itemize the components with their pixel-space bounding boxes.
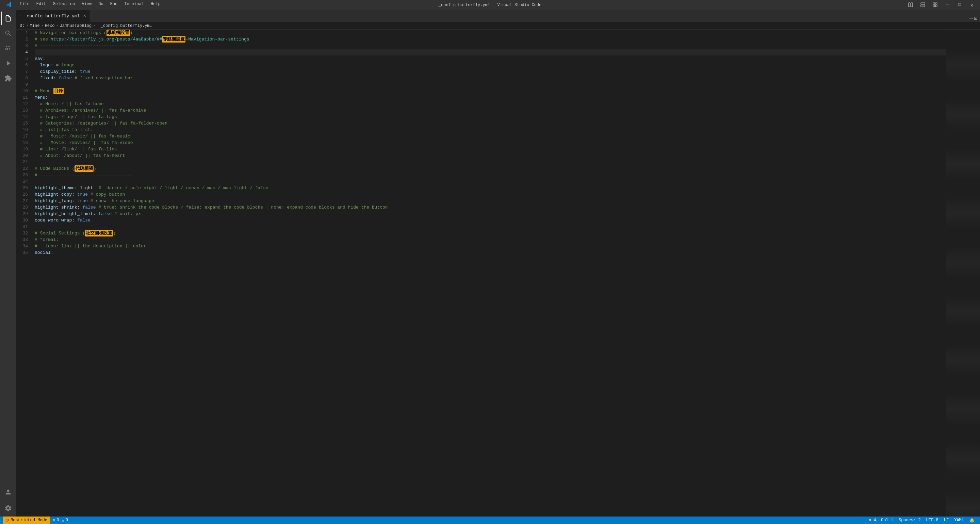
editor-content[interactable]: 1 2 3 4 5 6 7 8 9 10 11 12 13 14 15 16 1… — [16, 30, 980, 516]
code-line-22: # Code Blocks (代碼相關) — [35, 166, 946, 172]
indent-label: Spaces: 2 — [899, 518, 921, 522]
vscode-icon[interactable] — [3, 1, 14, 9]
line-num-5: 5 — [16, 56, 30, 62]
code-line-29: highlight_height_limit: false # unit: px — [35, 210, 946, 217]
svg-rect-1 — [911, 3, 913, 7]
breadcrumb-d[interactable]: D: — [20, 24, 24, 28]
svg-rect-4 — [933, 3, 935, 5]
svg-rect-5 — [935, 3, 937, 5]
code-line-5: nav: — [35, 56, 946, 62]
extensions-icon[interactable] — [2, 72, 15, 85]
breadcrumb-mine[interactable]: Mine — [30, 24, 40, 28]
tab-actions[interactable]: ⋯ ⊡ — [969, 15, 980, 22]
cursor-position-label: Ln 4, Col 1 — [866, 518, 893, 522]
line-num-16: 16 — [16, 127, 30, 133]
error-icon: ⊗ — [53, 518, 55, 523]
code-editor[interactable]: # Navigation bar settings (導航欄設置) # see … — [33, 30, 946, 516]
notifications-button[interactable]: 🔔 — [967, 516, 977, 524]
line-num-22: 22 — [16, 166, 30, 172]
tab-close-button[interactable]: × — [83, 13, 86, 19]
code-line-34: # icon: link || the description || color — [35, 243, 946, 249]
code-line-2: # see https://butterfly.js.org/posts/4aa… — [35, 36, 946, 43]
menu-bar[interactable]: File Edit Selection View Go Run Terminal… — [3, 1, 163, 9]
editor-area: ! _config.butterfly.yml × ⋯ ⊡ D: › Mine … — [16, 10, 980, 516]
line-num-3: 3 — [16, 43, 30, 49]
menu-help[interactable]: Help — [148, 1, 163, 9]
maximize-button[interactable]: □ — [955, 2, 964, 9]
line-num-2: 2 — [16, 36, 30, 43]
line-num-27: 27 — [16, 198, 30, 204]
errors-warnings-button[interactable]: ⊗ 0 ⚠ 0 — [50, 516, 71, 524]
window-controls[interactable]: ─ □ ✕ — [906, 2, 977, 9]
close-button[interactable]: ✕ — [967, 2, 977, 9]
line-num-19: 19 — [16, 146, 30, 153]
window-title: _config.butterfly.yml - Visual Studio Co… — [439, 3, 541, 8]
restricted-mode-button[interactable]: 🛡 Restricted Mode — [3, 516, 50, 524]
code-line-25: highlight_theme: light # darker / pale n… — [35, 185, 946, 191]
menu-view[interactable]: View — [79, 1, 94, 9]
menu-terminal[interactable]: Terminal — [121, 1, 147, 9]
code-line-19: # Link: /link/ || fas fa-link — [35, 146, 946, 153]
svg-rect-6 — [933, 5, 935, 7]
settings-icon[interactable] — [2, 502, 15, 515]
minimize-button[interactable]: ─ — [943, 2, 952, 9]
minimap[interactable] — [946, 30, 980, 516]
language-mode-button[interactable]: YAML — [951, 516, 967, 524]
line-num-9: 9 — [16, 81, 30, 88]
account-icon[interactable] — [2, 485, 15, 499]
line-num-24: 24 — [16, 178, 30, 185]
line-num-34: 34 — [16, 243, 30, 249]
active-tab[interactable]: ! _config.butterfly.yml × — [16, 10, 90, 22]
line-num-11: 11 — [16, 94, 30, 101]
menu-file[interactable]: File — [17, 1, 32, 9]
source-control-icon[interactable] — [2, 41, 15, 55]
line-num-31: 31 — [16, 223, 30, 230]
code-line-26: highlight_copy: true # copy button — [35, 191, 946, 198]
code-line-16: # List||fas fa-list: — [35, 127, 946, 133]
breadcrumb-file[interactable]: _config.butterfly.yml — [101, 24, 152, 28]
split-editor-icon[interactable]: ⊡ — [974, 15, 977, 22]
layout3-icon[interactable] — [930, 2, 940, 9]
line-numbers: 1 2 3 4 5 6 7 8 9 10 11 12 13 14 15 16 1… — [16, 30, 33, 516]
code-line-4 — [35, 49, 946, 56]
menu-selection[interactable]: Selection — [50, 1, 78, 9]
code-line-15: # Categories: /categories/ || fas fa-fol… — [35, 120, 946, 127]
cursor-position[interactable]: Ln 4, Col 1 — [864, 516, 896, 524]
bell-icon: 🔔 — [969, 518, 975, 523]
menu-run[interactable]: Run — [108, 1, 121, 9]
line-num-25: 25 — [16, 185, 30, 191]
search-icon[interactable] — [2, 27, 15, 40]
svg-rect-7 — [935, 5, 937, 7]
line-num-14: 14 — [16, 114, 30, 120]
code-line-6: logo: # image — [35, 62, 946, 68]
menu-edit[interactable]: Edit — [34, 1, 49, 9]
layout-icon[interactable] — [906, 2, 915, 9]
breadcrumb-hexo[interactable]: Hexo — [45, 24, 55, 28]
warning-count: 0 — [66, 518, 68, 522]
more-tabs-icon[interactable]: ⋯ — [969, 15, 973, 22]
line-num-12: 12 — [16, 101, 30, 107]
breadcrumb-warning-icon: ! — [97, 24, 99, 28]
line-num-35: 35 — [16, 249, 30, 256]
restricted-mode-label: Restricted Mode — [11, 518, 47, 522]
indent-settings[interactable]: Spaces: 2 — [896, 516, 924, 524]
code-line-30: code_word_wrap: false — [35, 217, 946, 223]
line-num-17: 17 — [16, 133, 30, 140]
code-line-1: # Navigation bar settings (導航欄設置) — [35, 30, 946, 36]
encoding-button[interactable]: UTF-8 — [924, 516, 941, 524]
explorer-icon[interactable] — [2, 11, 15, 25]
menu-go[interactable]: Go — [95, 1, 106, 9]
svg-rect-2 — [921, 3, 925, 5]
code-line-35: social: — [35, 249, 946, 256]
code-line-21 — [35, 159, 946, 166]
run-debug-icon[interactable] — [2, 56, 15, 70]
line-num-26: 26 — [16, 191, 30, 198]
breadcrumb-blog[interactable]: JamhusTaoBlog — [60, 24, 92, 28]
line-num-15: 15 — [16, 120, 30, 127]
line-num-28: 28 — [16, 204, 30, 210]
code-line-12: # Home: / || fas fa-home — [35, 101, 946, 107]
layout2-icon[interactable] — [918, 2, 928, 9]
breadcrumb-sep4: › — [93, 24, 95, 28]
eol-button[interactable]: LF — [941, 516, 951, 524]
line-num-20: 20 — [16, 153, 30, 159]
